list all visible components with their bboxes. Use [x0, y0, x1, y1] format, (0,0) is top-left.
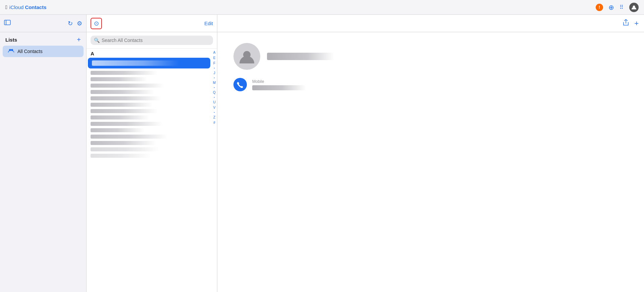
alpha-a[interactable]: A: [213, 50, 216, 55]
contact-name-blurred: [267, 53, 334, 60]
toggle-sidebar-button[interactable]: [4, 20, 11, 27]
search-icon: 🔍: [94, 38, 100, 43]
top-bar:  iCloud Contacts ! ⊕ ⠿: [0, 0, 644, 15]
more-button[interactable]: ⊙: [91, 18, 102, 29]
sidebar: ↻ ⚙ Lists + All Contacts: [0, 15, 87, 292]
list-item[interactable]: [91, 115, 149, 119]
alpha-dot-1: •: [214, 66, 215, 70]
alert-badge[interactable]: !: [596, 4, 603, 11]
contact-avatar: [233, 43, 260, 70]
add-button[interactable]: +: [634, 19, 639, 28]
alpha-q[interactable]: Q: [213, 90, 216, 95]
sidebar-item-all-contacts[interactable]: All Contacts: [3, 46, 84, 57]
app-logo-area:  iCloud Contacts: [5, 4, 47, 10]
list-item[interactable]: [91, 90, 154, 94]
contact-scroll-area: A: [87, 49, 217, 292]
section-header-a: A: [87, 49, 212, 58]
apple-logo: : [5, 4, 7, 10]
list-item[interactable]: [91, 122, 163, 126]
alpha-e[interactable]: E: [213, 55, 216, 60]
sidebar-all-contacts-label: All Contacts: [17, 49, 43, 54]
list-item[interactable]: [91, 147, 159, 151]
list-item[interactable]: [91, 77, 148, 81]
contacts-label: Contacts: [25, 4, 46, 10]
main-layout: ↻ ⚙ Lists + All Contacts ⊙ Edit: [0, 15, 644, 292]
contact-list-content: A: [87, 49, 212, 292]
alpha-hash[interactable]: #: [213, 120, 215, 125]
contact-field-row-mobile: Mobile: [233, 78, 628, 91]
alpha-dot-5: •: [214, 110, 215, 114]
alpha-f[interactable]: F: [213, 61, 215, 66]
phone-icon-circle: [233, 78, 247, 91]
grid-icon[interactable]: ⠿: [620, 4, 624, 10]
user-avatar[interactable]: [629, 3, 639, 12]
alpha-index: A E F • J • M • Q • U V • Z #: [212, 49, 217, 292]
alpha-u[interactable]: U: [213, 100, 215, 105]
more-icon: ⊙: [94, 20, 99, 27]
list-item[interactable]: [91, 154, 151, 158]
detail-toolbar: +: [217, 15, 644, 32]
lists-header: Lists +: [0, 32, 86, 46]
settings-button[interactable]: ⚙: [77, 20, 82, 27]
sidebar-toolbar: ↻ ⚙: [0, 15, 86, 32]
add-icon[interactable]: ⊕: [608, 3, 614, 11]
list-item[interactable]: [91, 141, 156, 145]
share-button[interactable]: [623, 19, 629, 28]
mobile-field-info: Mobile: [252, 79, 306, 90]
alpha-j[interactable]: J: [214, 70, 215, 76]
contact-name-blurred: [92, 60, 179, 66]
alpha-z[interactable]: Z: [213, 115, 215, 120]
mobile-label: Mobile: [252, 79, 306, 84]
alpha-v[interactable]: V: [213, 105, 216, 110]
alpha-m[interactable]: M: [213, 80, 216, 85]
search-wrapper[interactable]: 🔍: [91, 36, 213, 45]
phone-number-blurred: [252, 85, 306, 90]
alpha-dot-4: •: [214, 95, 215, 99]
detail-content: Mobile: [217, 32, 644, 102]
alpha-dot-2: •: [214, 76, 215, 80]
search-input[interactable]: [102, 38, 210, 43]
search-bar: 🔍: [87, 32, 217, 49]
list-item[interactable]: [91, 96, 161, 100]
alpha-dot-3: •: [214, 86, 215, 90]
list-item[interactable]: [91, 103, 153, 107]
list-item[interactable]: [91, 128, 144, 132]
lists-label: Lists: [5, 37, 17, 43]
list-item[interactable]: [91, 109, 158, 113]
list-item[interactable]: [91, 84, 164, 88]
contact-header: [233, 43, 628, 70]
list-item[interactable]: [91, 71, 158, 75]
contact-list-toolbar: ⊙ Edit: [87, 15, 217, 32]
svg-rect-1: [4, 20, 10, 25]
edit-button[interactable]: Edit: [204, 20, 213, 26]
detail-panel: + Mobil: [217, 15, 644, 292]
add-list-button[interactable]: +: [77, 36, 81, 43]
top-bar-right: ! ⊕ ⠿: [596, 3, 639, 12]
refresh-button[interactable]: ↻: [68, 20, 73, 27]
all-contacts-icon: [8, 48, 14, 54]
table-row[interactable]: [88, 58, 210, 68]
contact-list-panel: ⊙ Edit 🔍 A: [87, 15, 217, 292]
list-item[interactable]: [91, 135, 168, 139]
icloud-label: iCloud: [9, 4, 24, 10]
